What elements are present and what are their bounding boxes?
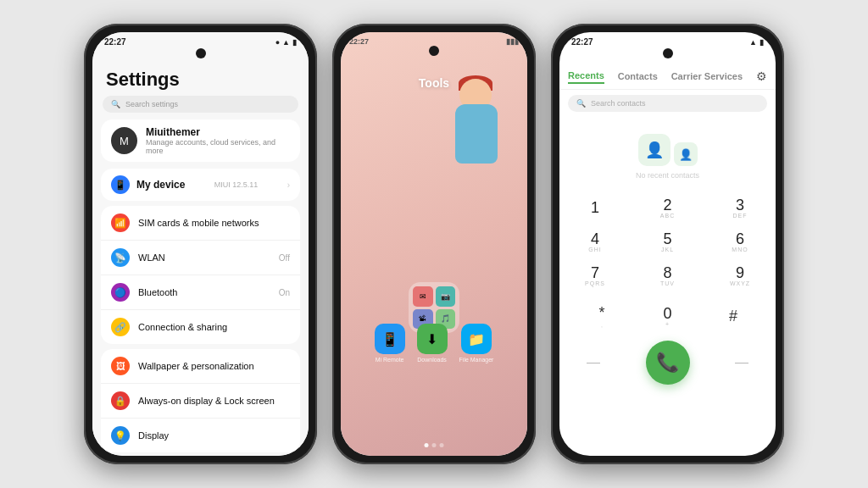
bluetooth-label: Bluetooth: [138, 287, 270, 297]
time-3: 22:27: [571, 37, 593, 47]
signal-3: ▲: [749, 38, 757, 47]
device-left: 📱 My device: [111, 175, 185, 194]
file-manager-label: File Manager: [459, 357, 494, 363]
character-illustration: [442, 79, 510, 172]
tab-recents[interactable]: Recents: [568, 69, 604, 84]
dial-dash-left[interactable]: —: [576, 346, 610, 380]
call-row: — 📞 —: [559, 337, 776, 391]
dial-num-4: 4: [591, 231, 599, 247]
dial-letters-4: GHI: [588, 247, 601, 252]
dialpad-row-2: 4 GHI 5 JKL 6 MNO: [566, 225, 769, 258]
dial-key-3[interactable]: 3 DEF: [711, 191, 769, 224]
wallpaper-label: Wallpaper & personalization: [138, 361, 290, 371]
search-bar[interactable]: 🔍 Search settings: [103, 96, 298, 113]
page-dots: [425, 443, 444, 447]
phone-launcher: 22:27 ▮▮▮ Tools ✉ 📷 📽 🎵: [332, 24, 536, 464]
connection-label: Connection & sharing: [138, 322, 290, 332]
connection-icon: 🔗: [111, 318, 130, 336]
dial-dash-right[interactable]: —: [725, 346, 759, 380]
wlan-item[interactable]: 📡 WLAN Off: [101, 241, 300, 275]
dial-letters-9: WXYZ: [730, 280, 750, 286]
dialpad-bottom: * , 0 + #: [559, 297, 776, 337]
network-section: 📶 SIM cards & mobile networks 📡 WLAN Off…: [101, 206, 300, 344]
dialer-tabs: Recents Contacts Carrier Services ⚙: [559, 60, 776, 90]
bluetooth-icon: 🔵: [111, 283, 130, 302]
settings-gear-icon[interactable]: ⚙: [756, 69, 767, 83]
camera-notch-2: [429, 46, 439, 56]
lock-item[interactable]: 🔒 Always-on display & Lock screen: [101, 384, 300, 419]
display-item[interactable]: 💡 Display: [101, 419, 300, 452]
dial-num-6: 6: [736, 231, 744, 247]
dial-key-0[interactable]: 0 +: [639, 300, 697, 332]
app-file-manager[interactable]: 📁 File Manager: [459, 324, 494, 363]
search-placeholder: Search settings: [125, 100, 178, 108]
sim-icon: 📶: [111, 214, 130, 232]
dial-key-9[interactable]: 9 WXYZ: [711, 259, 769, 291]
dial-num-5: 5: [663, 231, 671, 247]
phone-settings: 22:27 ● ▲ ▮ Settings 🔍 Search settings M…: [84, 24, 317, 464]
wlan-value: Off: [279, 253, 290, 263]
camera-notch-3: [663, 48, 673, 58]
wallpaper-item[interactable]: 🖼 Wallpaper & personalization: [101, 349, 300, 384]
tab-contacts[interactable]: Contacts: [618, 69, 658, 83]
bluetooth-value: On: [279, 288, 290, 297]
app-downloads[interactable]: ⬇ Downloads: [417, 324, 448, 363]
dial-num-8: 8: [663, 265, 671, 280]
folder-app-1: ✉: [413, 286, 433, 307]
chevron-icon: ›: [287, 180, 290, 190]
dial-letters-7: PQRS: [585, 280, 605, 286]
dial-key-8[interactable]: 8 TUV: [639, 259, 697, 291]
user-card[interactable]: M Miuithemer Manage accounts, cloud serv…: [101, 119, 300, 162]
dial-num-1: 1: [591, 200, 599, 215]
dialer-search-bar[interactable]: 🔍 Search contacts: [568, 95, 767, 112]
app-mi-remote[interactable]: 📱 Mi Remote: [375, 324, 405, 363]
dial-key-6[interactable]: 6 MNO: [711, 225, 769, 258]
no-contacts-area: 👤 👤 No recent contacts: [559, 117, 776, 188]
dial-letters-0: +: [665, 321, 670, 327]
downloads-icon: ⬇: [417, 324, 448, 354]
dialer-search-placeholder: Search contacts: [591, 99, 646, 108]
dial-key-4[interactable]: 4 GHI: [566, 225, 624, 258]
user-name: Miuithemer: [146, 126, 290, 138]
user-subtitle: Manage accounts, cloud services, and mor…: [146, 138, 290, 155]
dialpad-row-3: 7 PQRS 8 TUV 9 WXYZ: [566, 259, 769, 291]
contact-icon-2: 👤: [674, 142, 698, 166]
dial-key-star[interactable]: * ,: [573, 300, 631, 332]
launcher-battery: ▮▮▮: [506, 37, 519, 46]
status-icons-3: ▲ ▮: [749, 38, 764, 47]
dot-active: [425, 443, 429, 447]
dial-key-hash[interactable]: #: [704, 300, 762, 332]
file-manager-icon: 📁: [461, 324, 492, 354]
tab-carrier[interactable]: Carrier Services: [671, 69, 743, 83]
device-row[interactable]: 📱 My device MIUI 12.5.11 ›: [101, 169, 300, 201]
dial-key-7[interactable]: 7 PQRS: [566, 259, 624, 291]
dial-letters-2: ABC: [660, 213, 675, 219]
connection-item[interactable]: 🔗 Connection & sharing: [101, 310, 300, 344]
contact-icons-placeholder: 👤 👤: [638, 134, 698, 166]
sim-item[interactable]: 📶 SIM cards & mobile networks: [101, 206, 300, 241]
battery-icon: ▮: [292, 38, 297, 47]
signal-icon: ●: [275, 38, 280, 47]
no-contacts-text: No recent contacts: [636, 171, 699, 180]
camera-notch-1: [196, 48, 206, 58]
dial-num-9: 9: [736, 265, 744, 280]
display-label: Display: [138, 430, 290, 441]
sim-label: SIM cards & mobile networks: [138, 218, 290, 228]
call-button[interactable]: 📞: [646, 341, 690, 385]
dial-key-2[interactable]: 2 ABC: [639, 191, 697, 224]
dial-num-0: 0: [663, 306, 671, 321]
bluetooth-item[interactable]: 🔵 Bluetooth On: [101, 275, 300, 310]
settings-screen: 22:27 ● ▲ ▮ Settings 🔍 Search settings M…: [92, 32, 309, 456]
avatar: M: [111, 127, 137, 154]
launcher-time: 22:27: [349, 37, 369, 46]
status-icons-1: ● ▲ ▮: [275, 38, 297, 47]
lock-icon: 🔒: [111, 391, 130, 410]
wifi-status-icon: ▲: [282, 38, 290, 47]
dial-key-5[interactable]: 5 JKL: [639, 225, 697, 258]
dial-num-7: 7: [591, 265, 599, 280]
downloads-label: Downloads: [417, 357, 447, 363]
dial-letters-5: JKL: [661, 247, 674, 252]
dial-key-1[interactable]: 1: [566, 191, 624, 224]
battery-3: ▮: [760, 38, 764, 47]
user-info: Miuithemer Manage accounts, cloud servic…: [146, 126, 290, 155]
